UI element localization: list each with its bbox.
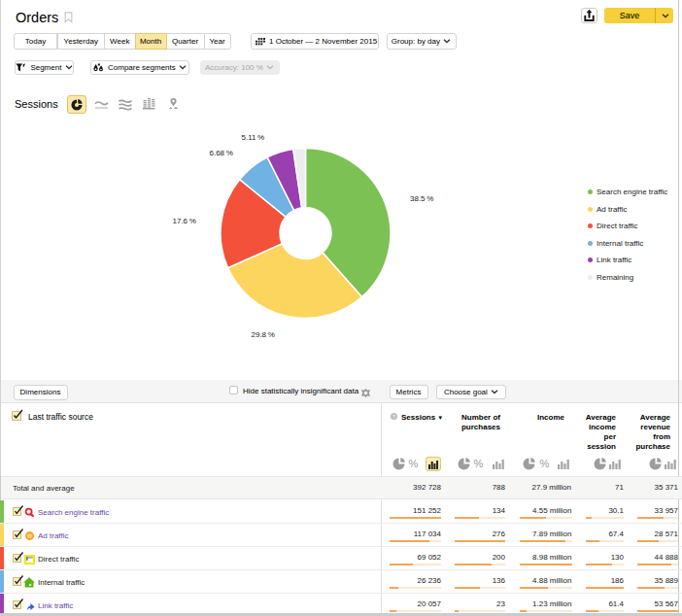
svg-text:R: R	[27, 533, 32, 539]
svg-text:?: ?	[392, 414, 395, 420]
